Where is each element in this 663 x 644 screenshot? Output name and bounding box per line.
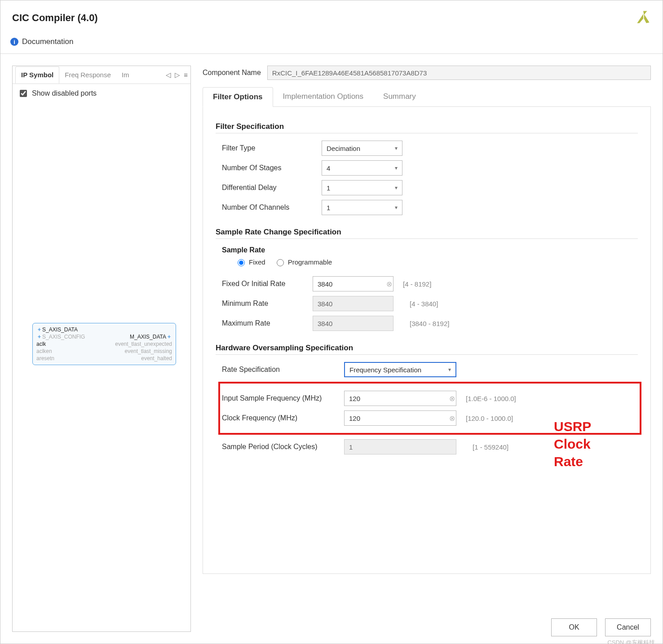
chevron-down-icon: ▾: [395, 145, 398, 151]
num-stages-label: Number Of Stages: [222, 164, 316, 172]
clear-icon[interactable]: ⊗: [449, 394, 455, 403]
tab-nav-prev-icon[interactable]: ◁: [166, 71, 171, 79]
sample-period-input: [344, 439, 456, 454]
clear-icon[interactable]: ⊗: [449, 414, 455, 423]
tab-filter-options[interactable]: Filter Options: [203, 87, 273, 107]
min-rate-label: Minimum Rate: [222, 300, 307, 308]
show-disabled-ports-checkbox[interactable]: [20, 90, 27, 97]
chevron-down-icon: ▾: [395, 204, 398, 211]
svg-marker-0: [637, 14, 643, 23]
ip-symbol-canvas[interactable]: +S_AXIS_DATA +S_AXIS_CONFIGM_AXIS_DATA+ …: [13, 103, 190, 631]
component-name-input: [267, 66, 651, 80]
radio-fixed-label: Fixed: [249, 258, 265, 266]
clock-freq-hint: [120.0 - 1000.0]: [466, 415, 513, 422]
min-rate-hint: [4 - 3840]: [410, 300, 438, 308]
page-title: CIC Compiler (4.0): [12, 12, 98, 24]
diff-delay-select[interactable]: 1▾: [322, 180, 402, 195]
left-panel: IP Symbol Freq Response Im ◁ ▷ ≡ Show di…: [12, 66, 191, 632]
tab-menu-icon[interactable]: ≡: [184, 71, 188, 79]
tab-implementation-options[interactable]: Implementation Options: [273, 87, 374, 106]
clock-freq-input[interactable]: [344, 410, 456, 426]
clock-freq-label: Clock Frequency (MHz): [222, 414, 339, 422]
xilinx-logo-icon: [636, 9, 651, 26]
sample-period-label: Sample Period (Clock Cycles): [222, 443, 339, 451]
input-sample-freq-input[interactable]: [344, 391, 456, 406]
chevron-down-icon: ▾: [448, 366, 451, 373]
watermark: CSDN @东枫科技: [607, 639, 655, 644]
filter-type-label: Filter Type: [222, 144, 316, 152]
cancel-button[interactable]: Cancel: [605, 618, 651, 636]
min-rate-input: [313, 296, 393, 311]
rate-change-heading: Sample Rate Change Specification: [216, 228, 638, 237]
chevron-down-icon: ▾: [395, 185, 398, 191]
fixed-rate-input[interactable]: [313, 276, 393, 291]
info-icon: i: [10, 38, 18, 46]
sample-period-hint: [1 - 559240]: [473, 443, 508, 451]
hw-oversampling-heading: Hardware Oversampling Specification: [216, 344, 638, 353]
max-rate-hint: [3840 - 8192]: [410, 320, 449, 327]
show-disabled-ports-label: Show disabled ports: [32, 89, 97, 97]
chevron-down-icon: ▾: [395, 165, 398, 171]
fixed-rate-hint: [4 - 8192]: [403, 280, 431, 288]
rate-spec-select[interactable]: Frequency Specification▾: [344, 362, 456, 377]
svg-marker-1: [644, 14, 650, 23]
right-panel: Component Name Filter Options Implementa…: [203, 66, 651, 632]
tab-ip-symbol[interactable]: IP Symbol: [15, 66, 59, 84]
sample-rate-subheading: Sample Rate: [222, 246, 638, 254]
svg-marker-2: [643, 11, 647, 15]
fixed-rate-label: Fixed Or Initial Rate: [222, 280, 307, 288]
max-rate-input: [313, 316, 393, 331]
clear-icon[interactable]: ⊗: [386, 280, 392, 288]
annotation-callout: USRP Clock Rate: [554, 418, 591, 470]
diff-delay-label: Differential Delay: [222, 184, 316, 192]
rate-spec-label: Rate Specification: [222, 366, 339, 374]
input-sample-freq-label: Input Sample Frequency (MHz): [222, 394, 339, 402]
radio-programmable-label: Programmable: [288, 258, 332, 266]
radio-programmable[interactable]: [277, 259, 284, 266]
filter-spec-heading: Filter Specification: [216, 122, 638, 131]
ip-block: +S_AXIS_DATA +S_AXIS_CONFIGM_AXIS_DATA+ …: [32, 323, 176, 365]
tab-freq-response[interactable]: Freq Response: [59, 67, 116, 83]
num-stages-select[interactable]: 4▾: [322, 160, 402, 176]
tab-summary[interactable]: Summary: [373, 87, 426, 106]
filter-type-select[interactable]: Decimation▾: [322, 141, 402, 156]
num-channels-select[interactable]: 1▾: [322, 200, 402, 215]
radio-fixed[interactable]: [238, 259, 245, 266]
max-rate-label: Maximum Rate: [222, 319, 307, 327]
ok-button[interactable]: OK: [551, 618, 597, 636]
tab-im-truncated[interactable]: Im: [116, 67, 134, 83]
documentation-link[interactable]: Documentation: [22, 37, 73, 46]
input-sample-freq-hint: [1.0E-6 - 1000.0]: [466, 395, 516, 402]
component-name-label: Component Name: [203, 69, 261, 77]
num-channels-label: Number Of Channels: [222, 203, 316, 212]
tab-nav-next-icon[interactable]: ▷: [175, 71, 180, 79]
